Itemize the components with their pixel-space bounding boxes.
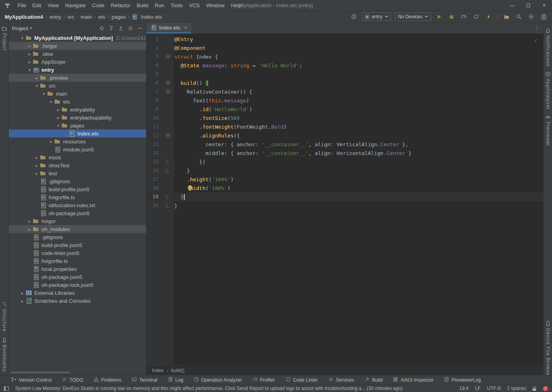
account-avatar[interactable] bbox=[539, 12, 548, 21]
menu-view[interactable]: View bbox=[44, 0, 62, 11]
tree-row[interactable]: ▸.idea bbox=[9, 50, 146, 58]
menu-file[interactable]: File bbox=[14, 0, 29, 11]
tree-row[interactable]: ▾pages bbox=[9, 122, 146, 129]
breadcrumb-item[interactable]: MyApplication4 bbox=[4, 14, 44, 20]
close-icon[interactable]: × bbox=[536, 0, 552, 11]
profile-button[interactable] bbox=[459, 12, 468, 21]
chevron-right-icon[interactable]: ▸ bbox=[55, 116, 61, 120]
maximize-icon[interactable] bbox=[520, 0, 536, 11]
chevron-right-icon[interactable]: ▸ bbox=[34, 171, 40, 176]
tree-row[interactable]: ▸External Libraries bbox=[9, 289, 146, 297]
search-icon[interactable] bbox=[515, 12, 523, 21]
chevron-right-icon[interactable]: ▸ bbox=[26, 219, 33, 223]
fold-collapse-icon[interactable] bbox=[166, 81, 170, 84]
tree-row[interactable]: code-linter.json5 bbox=[9, 249, 146, 257]
menu-build[interactable]: Build bbox=[134, 0, 152, 11]
breadcrumb-item[interactable]: build() bbox=[171, 368, 184, 373]
expand-all-icon[interactable] bbox=[108, 25, 114, 31]
breadcrumb-item[interactable]: Index.ets bbox=[140, 14, 163, 20]
chevron-down-icon[interactable] bbox=[30, 27, 33, 29]
run-config-select[interactable]: entry bbox=[362, 12, 391, 21]
chevron-right-icon[interactable]: ▸ bbox=[34, 155, 40, 160]
tree-row[interactable]: hvigorfile.ts bbox=[9, 257, 146, 265]
lock-icon[interactable] bbox=[532, 386, 536, 391]
chevron-right-icon[interactable]: ▸ bbox=[55, 108, 61, 112]
menu-vcs[interactable]: VCS bbox=[186, 0, 203, 11]
tool-button-bookmarks[interactable]: Bookmarks bbox=[0, 337, 9, 372]
tool-button-version-control[interactable]: Version Control bbox=[11, 377, 51, 383]
tool-button-terminal[interactable]: Terminal bbox=[132, 377, 157, 383]
notification-error-icon[interactable]: ! bbox=[543, 386, 548, 391]
horizontal-scrollbar[interactable] bbox=[10, 372, 70, 373]
menu-refactor[interactable]: Refactor bbox=[108, 0, 134, 11]
chevron-down-icon[interactable]: ▾ bbox=[48, 100, 54, 104]
hide-panel-icon[interactable] bbox=[137, 25, 143, 31]
tab-index-ets[interactable]: Index.ets × bbox=[146, 23, 191, 33]
indent-indicator[interactable]: 2 spaces bbox=[507, 386, 526, 391]
tree-row[interactable]: Index.ets bbox=[9, 129, 146, 137]
chevron-right-icon[interactable]: ▸ bbox=[34, 163, 40, 168]
fold-collapse-icon[interactable] bbox=[166, 133, 170, 137]
tool-button-arkui-inspector[interactable]: ArkUI Inspector bbox=[393, 377, 434, 383]
tool-button-device-file-browser[interactable]: Device File Browser bbox=[544, 321, 552, 378]
close-icon[interactable]: × bbox=[184, 25, 187, 31]
menu-tools[interactable]: Tools bbox=[168, 0, 186, 11]
chevron-down-icon[interactable]: ▾ bbox=[41, 92, 47, 96]
tool-button-code-linter[interactable]: Code Linter bbox=[286, 377, 318, 383]
tool-button-problems[interactable]: Problems bbox=[94, 377, 122, 383]
breadcrumb-item[interactable]: src bbox=[67, 14, 75, 20]
chevron-down-icon[interactable]: ▾ bbox=[55, 123, 61, 128]
chevron-right-icon[interactable]: ▸ bbox=[26, 60, 33, 64]
tool-button-project[interactable]: Project bbox=[0, 26, 9, 51]
rerun-button[interactable] bbox=[472, 12, 481, 21]
tool-button-previewerlog[interactable]: PreviewerLog bbox=[444, 377, 481, 383]
chevron-down-icon[interactable]: ▾ bbox=[34, 84, 40, 88]
tool-button-build[interactable]: Build bbox=[365, 377, 383, 383]
project-panel-title[interactable]: Project bbox=[12, 25, 28, 31]
tree-row[interactable]: ▸oh_modules bbox=[9, 225, 146, 233]
breadcrumb-item[interactable]: Index bbox=[152, 368, 164, 373]
menu-code[interactable]: Code bbox=[89, 0, 108, 11]
tool-button-structure[interactable]: Structure bbox=[0, 302, 9, 332]
locate-icon[interactable] bbox=[99, 25, 104, 31]
breadcrumb-item[interactable]: entry bbox=[49, 14, 62, 20]
tool-button-operation-analyzer[interactable]: Operation Analyzer bbox=[194, 377, 242, 383]
tree-row[interactable]: ▸.hvigor bbox=[9, 42, 146, 50]
encoding-indicator[interactable]: UTF-8 bbox=[487, 386, 501, 391]
run-button[interactable] bbox=[435, 12, 444, 21]
tree-row[interactable]: oh-package.json5 bbox=[9, 273, 146, 281]
tree-row[interactable]: build-profile.json5 bbox=[9, 185, 146, 193]
inspection-ok-icon[interactable]: ✓ bbox=[534, 37, 538, 43]
chevron-right-icon[interactable]: ▸ bbox=[26, 52, 33, 56]
tree-row[interactable]: .gitignore bbox=[9, 233, 146, 241]
minimize-icon[interactable]: — bbox=[504, 0, 520, 11]
chevron-right-icon[interactable]: ▸ bbox=[19, 291, 26, 295]
line-ending-indicator[interactable]: LF bbox=[475, 386, 481, 391]
collapse-all-icon[interactable] bbox=[118, 25, 124, 31]
tree-row[interactable]: ▸hvigor bbox=[9, 217, 146, 225]
toolwindow-toggle-icon[interactable] bbox=[4, 386, 9, 391]
breadcrumb-item[interactable]: main bbox=[80, 14, 93, 20]
fold-collapse-icon[interactable] bbox=[166, 90, 170, 93]
tool-button-notifications[interactable]: Notifications bbox=[544, 28, 552, 67]
chevron-right-icon[interactable]: ▸ bbox=[48, 139, 54, 144]
tool-button-todo[interactable]: TODO bbox=[62, 377, 83, 383]
tree-row[interactable]: ▾main bbox=[9, 90, 146, 98]
chevron-right-icon[interactable]: ▸ bbox=[19, 299, 26, 303]
tree-row[interactable]: ▾src bbox=[9, 82, 146, 90]
tool-button-log[interactable]: Log bbox=[168, 377, 183, 383]
tree-row[interactable]: .gitignore bbox=[9, 177, 146, 185]
code-editor[interactable]: 1@Entry2@Component3struct Index {4 @Stat… bbox=[146, 34, 543, 365]
project-structure-button[interactable] bbox=[502, 12, 511, 21]
tree-row[interactable]: oh-package-lock.json5 bbox=[9, 281, 146, 289]
tool-button-profiler[interactable]: Profiler bbox=[252, 377, 275, 383]
menu-navigate[interactable]: Navigate bbox=[62, 0, 89, 11]
tree-row[interactable]: hvigorfile.ts bbox=[9, 193, 146, 201]
tree-row[interactable]: ▸entrybackupability bbox=[9, 114, 146, 122]
chevron-right-icon[interactable]: ▸ bbox=[26, 44, 33, 48]
tree-row[interactable]: oh-package.json5 bbox=[9, 209, 146, 217]
debug-button[interactable] bbox=[447, 12, 456, 21]
menu-window[interactable]: Window bbox=[203, 0, 228, 11]
tree-row[interactable]: local.properties bbox=[9, 265, 146, 273]
settings-gear-icon[interactable] bbox=[527, 12, 536, 21]
